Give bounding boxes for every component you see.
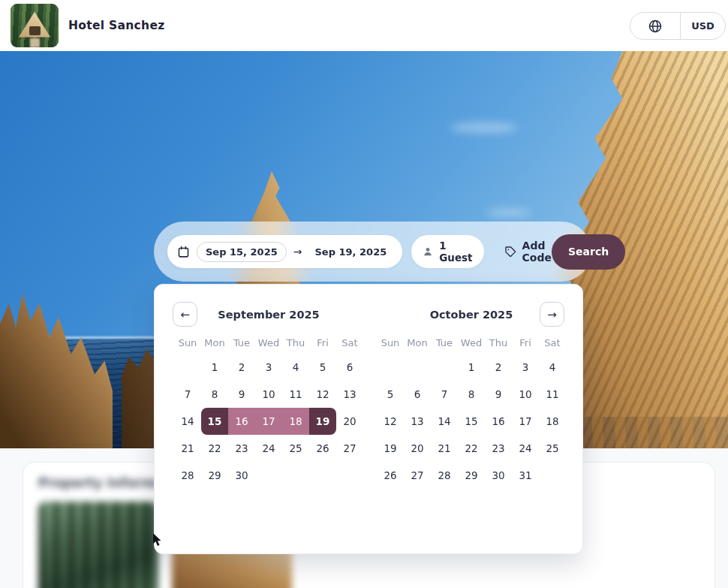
check-in-date[interactable]: Sep 15, 2025 [197, 242, 287, 262]
day-cell[interactable]: 24 [512, 435, 539, 462]
day-cell[interactable]: 6 [404, 381, 431, 408]
day-cell[interactable]: 16 [228, 408, 255, 435]
search-bar: Sep 15, 2025 → Sep 19, 2025 1 Guest Add … [154, 222, 591, 282]
day-cell[interactable]: 26 [309, 435, 336, 462]
day-cell[interactable]: 13 [336, 381, 363, 408]
day-cell[interactable]: 8 [201, 381, 228, 408]
person-icon [423, 246, 433, 257]
day-cell[interactable]: 23 [485, 435, 512, 462]
day-cell[interactable]: 29 [201, 462, 228, 489]
weekday-row: SunMonTueWedThuFriSat [174, 333, 363, 352]
day-cell[interactable]: 22 [201, 435, 228, 462]
day-cell[interactable]: 31 [512, 462, 539, 489]
currency-button[interactable]: USD [681, 13, 725, 39]
day-cell[interactable]: 27 [336, 435, 363, 462]
day-cell[interactable]: 14 [174, 408, 201, 435]
day-cell[interactable]: 5 [309, 354, 336, 381]
hero-cloud [486, 209, 531, 216]
date-range-field[interactable]: Sep 15, 2025 → Sep 19, 2025 [167, 235, 402, 268]
mouse-cursor-icon [152, 533, 164, 550]
arrow-right-icon: → [293, 246, 302, 258]
day-cell[interactable]: 4 [539, 354, 566, 381]
app-header: Hotel Sanchez USD [0, 0, 728, 51]
day-cell[interactable]: 18 [539, 408, 566, 435]
day-cell[interactable]: 2 [228, 354, 255, 381]
day-cell[interactable]: 7 [431, 381, 458, 408]
day-cell[interactable]: 23 [228, 435, 255, 462]
check-out-date[interactable]: Sep 19, 2025 [308, 243, 393, 261]
day-cell[interactable]: 30 [228, 462, 255, 489]
day-cell[interactable]: 15 [201, 408, 228, 435]
next-month-button[interactable]: → [540, 302, 564, 327]
day-cell[interactable]: 17 [512, 408, 539, 435]
day-cell[interactable]: 3 [255, 354, 282, 381]
day-cell-empty [174, 354, 201, 381]
day-cell[interactable]: 19 [377, 435, 404, 462]
day-cell[interactable]: 2 [485, 354, 512, 381]
day-cell[interactable]: 18 [282, 408, 309, 435]
language-button[interactable] [630, 13, 681, 39]
day-cell[interactable]: 21 [431, 435, 458, 462]
add-code-button[interactable]: Add Code [504, 240, 552, 264]
day-cell[interactable]: 11 [282, 381, 309, 408]
day-cell[interactable]: 19 [309, 408, 336, 435]
add-code-label: Add Code [522, 240, 552, 264]
day-cell[interactable]: 10 [255, 381, 282, 408]
day-cell[interactable]: 17 [255, 408, 282, 435]
day-cell[interactable]: 24 [255, 435, 282, 462]
hotel-logo[interactable] [11, 4, 59, 47]
weekday-label: Sat [539, 337, 566, 348]
day-cell[interactable]: 20 [404, 435, 431, 462]
day-cell[interactable]: 6 [336, 354, 363, 381]
calendar-months: September 2025 SunMonTueWedThuFriSat 123… [155, 285, 582, 489]
day-cell[interactable]: 3 [512, 354, 539, 381]
weekday-label: Mon [404, 337, 431, 348]
day-cell[interactable]: 8 [458, 381, 485, 408]
day-cell-empty [377, 354, 404, 381]
weekday-label: Thu [282, 337, 309, 348]
day-cell[interactable]: 12 [309, 381, 336, 408]
month-title: October 2025 [377, 300, 566, 330]
day-cell[interactable]: 12 [377, 408, 404, 435]
month-title: September 2025 [174, 300, 363, 330]
weekday-row: SunMonTueWedThuFriSat [377, 333, 566, 352]
day-cell[interactable]: 21 [174, 435, 201, 462]
day-cell[interactable]: 1 [458, 354, 485, 381]
day-cell[interactable]: 14 [431, 408, 458, 435]
day-cell-empty [431, 354, 458, 381]
day-grid: 1234567891011121314151617181920212223242… [174, 354, 363, 489]
booking-page: Property Information Sep 15, 2025 → Sep … [0, 0, 728, 588]
day-cell[interactable]: 27 [404, 462, 431, 489]
day-cell[interactable]: 29 [458, 462, 485, 489]
day-cell[interactable]: 13 [404, 408, 431, 435]
day-cell[interactable]: 5 [377, 381, 404, 408]
weekday-label: Fri [512, 337, 539, 348]
day-cell[interactable]: 7 [174, 381, 201, 408]
weekday-label: Mon [201, 337, 228, 348]
day-cell[interactable]: 26 [377, 462, 404, 489]
day-grid: 1234567891011121314151617181920212223242… [377, 354, 566, 489]
day-cell[interactable]: 30 [485, 462, 512, 489]
day-cell-empty [404, 354, 431, 381]
day-cell[interactable]: 20 [336, 408, 363, 435]
weekday-label: Thu [485, 337, 512, 348]
day-cell[interactable]: 9 [228, 381, 255, 408]
day-cell[interactable]: 16 [485, 408, 512, 435]
day-cell[interactable]: 10 [512, 381, 539, 408]
property-photo-forest[interactable] [38, 502, 158, 588]
day-cell[interactable]: 1 [201, 354, 228, 381]
day-cell[interactable]: 25 [539, 435, 566, 462]
previous-month-button[interactable]: ← [173, 302, 197, 327]
day-cell[interactable]: 4 [282, 354, 309, 381]
day-cell[interactable]: 28 [431, 462, 458, 489]
logo-path [30, 38, 40, 47]
day-cell[interactable]: 15 [458, 408, 485, 435]
globe-icon [648, 19, 663, 34]
day-cell[interactable]: 9 [485, 381, 512, 408]
day-cell[interactable]: 28 [174, 462, 201, 489]
day-cell[interactable]: 11 [539, 381, 566, 408]
day-cell[interactable]: 25 [282, 435, 309, 462]
guest-selector[interactable]: 1 Guest [411, 235, 483, 268]
day-cell[interactable]: 22 [458, 435, 485, 462]
search-button[interactable]: Search [552, 234, 625, 270]
